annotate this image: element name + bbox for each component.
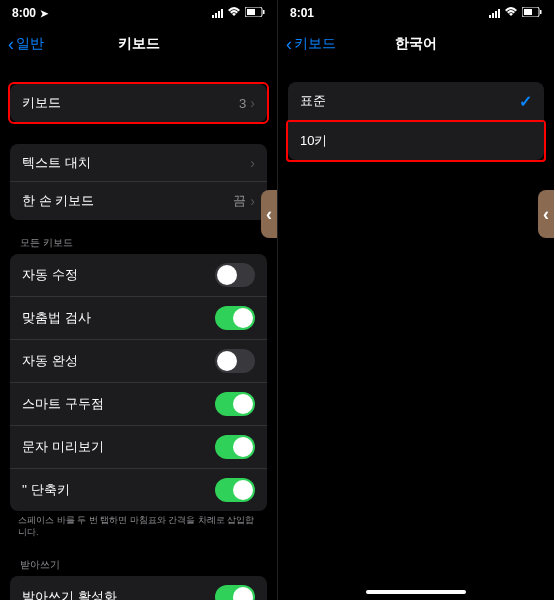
chevron-left-icon: ‹ [8, 34, 14, 55]
row-value: 3 [239, 96, 246, 111]
auto-correct-row[interactable]: 자동 수정 [10, 254, 267, 297]
spell-check-row[interactable]: 맞춤법 검사 [10, 297, 267, 340]
standard-layout-row[interactable]: 표준 ✓ [288, 82, 544, 120]
page-title: 키보드 [118, 35, 160, 53]
highlight-10key: 10키 [286, 120, 546, 162]
svg-rect-5 [540, 10, 542, 14]
status-bar: 8:00 ➤ [0, 0, 277, 26]
nav-bar: ‹ 키보드 한국어 [278, 26, 554, 62]
section-header-all-keyboards: 모든 키보드 [0, 232, 277, 254]
svg-rect-2 [263, 10, 265, 14]
cellular-icon [212, 9, 223, 18]
status-bar: 8:01 [278, 0, 554, 26]
back-button[interactable]: ‹ 일반 [8, 34, 44, 55]
status-time: 8:00 [12, 6, 36, 20]
keyboards-row[interactable]: 키보드 3 › [10, 84, 267, 122]
wifi-icon [504, 6, 518, 20]
back-label: 키보드 [294, 35, 336, 53]
cellular-icon [489, 9, 500, 18]
wifi-icon [227, 6, 241, 20]
toggle[interactable] [215, 478, 255, 502]
layout-group-top: 표준 ✓ [288, 82, 544, 120]
svg-rect-4 [524, 9, 532, 15]
toggle[interactable] [215, 349, 255, 373]
nav-bar: ‹ 일반 키보드 [0, 26, 277, 62]
battery-icon [522, 6, 542, 20]
shortcut-row[interactable]: '' 단축키 [10, 469, 267, 511]
highlight-keyboards: 키보드 3 › [8, 82, 269, 124]
chevron-left-icon: ‹ [286, 34, 292, 55]
phone-right: 8:01 ‹ 키보드 한국어 표준 ✓ [277, 0, 554, 600]
back-button[interactable]: ‹ 키보드 [286, 34, 336, 55]
footnote-all-keyboards: 스페이스 바를 두 번 탭하면 마침표와 간격을 차례로 삽입합니다. [0, 511, 277, 542]
toggle[interactable] [215, 306, 255, 330]
location-icon: ➤ [40, 8, 48, 19]
phone-left: 8:00 ➤ ‹ 일반 키보드 키보드 [0, 0, 277, 600]
toggle[interactable] [215, 263, 255, 287]
toggle[interactable] [215, 435, 255, 459]
smart-punctuation-row[interactable]: 스마트 구두점 [10, 383, 267, 426]
char-preview-row[interactable]: 문자 미리보기 [10, 426, 267, 469]
text-replacement-row[interactable]: 텍스트 대치 › [10, 144, 267, 182]
overlay-arrow-icon[interactable]: ‹ [261, 190, 277, 238]
overlay-arrow-icon[interactable]: ‹ [538, 190, 554, 238]
page-title: 한국어 [395, 35, 437, 53]
one-handed-keyboard-row[interactable]: 한 손 키보드 끔 › [10, 182, 267, 220]
battery-icon [245, 6, 265, 20]
toggle[interactable] [215, 585, 255, 600]
auto-complete-row[interactable]: 자동 완성 [10, 340, 267, 383]
dictation-enable-row[interactable]: 받아쓰기 활성화 [10, 576, 267, 600]
row-label: 키보드 [22, 94, 61, 112]
home-indicator[interactable] [366, 590, 466, 594]
tenkey-layout-row[interactable]: 10키 [288, 122, 544, 160]
checkmark-icon: ✓ [519, 92, 532, 111]
dictation-group: 받아쓰기 활성화 받아쓰기 언어 › [10, 576, 267, 600]
chevron-right-icon: › [250, 95, 255, 111]
back-label: 일반 [16, 35, 44, 53]
all-keyboards-group: 자동 수정 맞춤법 검사 자동 완성 스마트 구두점 문자 미리보기 [10, 254, 267, 511]
text-group: 텍스트 대치 › 한 손 키보드 끔 › [10, 144, 267, 220]
chevron-right-icon: › [250, 155, 255, 171]
section-header-dictation: 받아쓰기 [0, 554, 277, 576]
chevron-right-icon: › [250, 193, 255, 209]
status-time: 8:01 [290, 6, 314, 20]
svg-rect-1 [247, 9, 255, 15]
toggle[interactable] [215, 392, 255, 416]
